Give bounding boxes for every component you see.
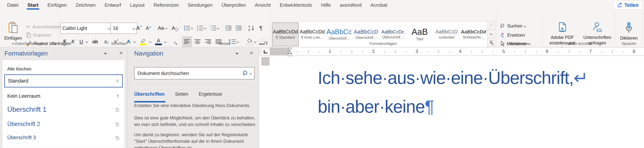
navigation-pane-menu-icon[interactable] (236, 53, 238, 54)
language-group-label: Sprache (615, 41, 642, 46)
style-item-Überschrift 1[interactable]: Überschrift 1¶a (4, 103, 123, 116)
find-button[interactable]: Suchen (500, 23, 526, 28)
nav-tab-Überschriften[interactable]: Überschriften (134, 92, 165, 100)
multilevel-list-icon: 1ai (210, 25, 216, 31)
paste-clipboard-icon (8, 22, 18, 34)
font-dialog-launcher-icon[interactable] (174, 41, 178, 46)
tab-Überprüfen[interactable]: Überprüfen (217, 0, 250, 10)
tab-Entwicklertools[interactable]: Entwicklertools (275, 0, 316, 10)
tab-Datei[interactable]: Datei (2, 0, 23, 10)
font-name-dropdown-icon[interactable] (108, 27, 111, 30)
numbered-list-button[interactable]: 123 (196, 22, 207, 34)
paste-button[interactable]: Einfügen (2, 22, 24, 44)
ruler-tick (384, 51, 384, 52)
style-item-Überschrift 2[interactable]: Überschrift 2¶a (4, 118, 123, 130)
svg-text:A: A (248, 25, 250, 28)
replace-button[interactable]: bc Ersetzen (500, 32, 525, 38)
sort-icon: AZ (248, 25, 255, 31)
nav-tab-Ergebnisse[interactable]: Ergebnisse (199, 92, 222, 100)
find-label: Suchen (507, 23, 522, 28)
formatting-mark-pilcrow: ¶ (425, 97, 434, 116)
dictate-button[interactable]: Diktieren (617, 22, 641, 41)
style-sample: AaBbCcDd (461, 29, 486, 34)
ruler-tick (580, 51, 580, 52)
multilevel-list-button[interactable]: 1ai (208, 22, 220, 34)
tab-stop-selector[interactable] (261, 48, 270, 55)
style-item-label: Überschrift 1 (7, 106, 46, 114)
increase-indent-button[interactable] (234, 22, 243, 34)
tab-Hilfe[interactable]: Hilfe (316, 0, 335, 10)
style-item-Überschrift 3[interactable]: Überschrift 3¶a (4, 132, 123, 143)
tab-Zeichnen[interactable]: Zeichnen (71, 0, 100, 10)
tab-Einfügen[interactable]: Einfügen (43, 0, 71, 10)
shrink-font-label: A (146, 26, 149, 31)
grow-font-button[interactable]: A (134, 22, 144, 34)
sort-button[interactable]: AZ (246, 22, 256, 34)
style-type-marker: ¶a (116, 136, 119, 140)
tab-Layout[interactable]: Layout (126, 0, 149, 10)
svg-text:x: x (596, 28, 598, 31)
group-styles: AaBbCcDd¶ StandardAaBbCcDd¶ Kein Lee...A… (270, 10, 496, 47)
style-item-Standard[interactable]: Standard¶ (4, 74, 123, 88)
style-tile-label: ¶ Standard (276, 35, 295, 40)
indent-markers[interactable] (288, 47, 292, 56)
clear-all-item[interactable]: Alle löschen (4, 65, 123, 73)
document-line[interactable]: bin·aber·keine¶ (318, 97, 434, 116)
tab-Acrobat[interactable]: Acrobat (366, 0, 392, 10)
style-item-Kein Leerraum[interactable]: Kein Leerraum¶ (4, 92, 123, 100)
small-separator (154, 23, 154, 33)
group-acrobat: Adobe PDF erstellen und teilen x Untersc… (543, 10, 615, 47)
font-name-combo[interactable]: Calibri Light (60, 22, 112, 34)
clear-formatting-button[interactable]: A (170, 22, 179, 34)
ruler-number: 6 (544, 49, 550, 54)
numbered-list-icon: 123 (197, 25, 204, 31)
tab-Referenzen[interactable]: Referenzen (149, 0, 183, 10)
bullet-list-button[interactable] (182, 22, 194, 34)
cut-button[interactable]: ✂ Ausschneiden (26, 24, 60, 30)
tab-Ansicht[interactable]: Ansicht (250, 0, 275, 10)
search-input[interactable] (137, 70, 241, 76)
svg-text:3: 3 (197, 29, 198, 31)
styles-pane-menu-icon[interactable] (104, 53, 107, 54)
pilcrow-icon: ¶ (260, 25, 262, 31)
style-type-marker: ¶ (117, 94, 119, 98)
search-options-dropdown-icon[interactable] (250, 72, 252, 74)
search-icon[interactable] (243, 70, 248, 76)
styles-dialog-launcher-icon[interactable] (490, 41, 494, 46)
shrink-font-caret-icon (149, 26, 152, 28)
clipboard-dialog-launcher-icon[interactable] (52, 41, 57, 46)
ruler-strip: 12345678 (259, 47, 644, 56)
show-formatting-marks-button[interactable]: ¶ (257, 22, 265, 34)
share-button[interactable]: Teilen (613, 1, 642, 10)
change-case-button[interactable]: Aa (156, 22, 169, 34)
multilevel-list-dropdown-icon (217, 27, 220, 29)
group-clipboard: Einfügen ✂ Ausschneiden Kopieren Format … (0, 10, 58, 47)
gallery-scroll-down-button[interactable] (487, 30, 495, 38)
document-line[interactable]: Ich·sehe·aus·wie·eine·Überschrift,↵ (318, 68, 588, 88)
create-pdf-button[interactable]: Adobe PDF erstellen und teilen (544, 22, 580, 52)
nav-paragraph: Erstellen Sie eine interaktive Gliederun… (134, 102, 260, 109)
group-language: Diktieren Sprache (615, 10, 642, 47)
gallery-scroll-up-button[interactable] (487, 21, 495, 30)
copy-icon (26, 32, 32, 38)
styles-list: Alle löschenStandard¶Kein Leerraum¶Übers… (2, 60, 125, 148)
gallery-scroll-down-icon (490, 32, 492, 35)
ruler-tick (341, 51, 341, 52)
nav-tab-Seiten[interactable]: Seiten (175, 92, 188, 100)
ruler-number: 2 (370, 49, 376, 54)
paragraph-dialog-launcher-icon[interactable] (264, 41, 268, 46)
tab-axesWord[interactable]: axesWord (335, 0, 366, 10)
change-case-dropdown-icon (165, 27, 168, 29)
copy-button[interactable]: Kopieren (26, 32, 51, 38)
styles-pane-close-icon[interactable]: × (119, 50, 123, 56)
document-area: 12345678 Ich·sehe·aus·wie·eine·Überschri… (259, 47, 644, 148)
tab-Entwurf[interactable]: Entwurf (100, 0, 126, 10)
ruler-tick (297, 51, 298, 52)
tab-Start[interactable]: Start (23, 0, 43, 10)
font-size-combo[interactable]: 16 (111, 22, 137, 34)
ruler-tick (362, 51, 363, 52)
shrink-font-button[interactable]: A (144, 22, 153, 34)
navigation-pane-close-icon[interactable]: × (250, 50, 253, 56)
decrease-indent-button[interactable] (224, 22, 233, 34)
tab-Sendungen[interactable]: Sendungen (183, 0, 217, 10)
